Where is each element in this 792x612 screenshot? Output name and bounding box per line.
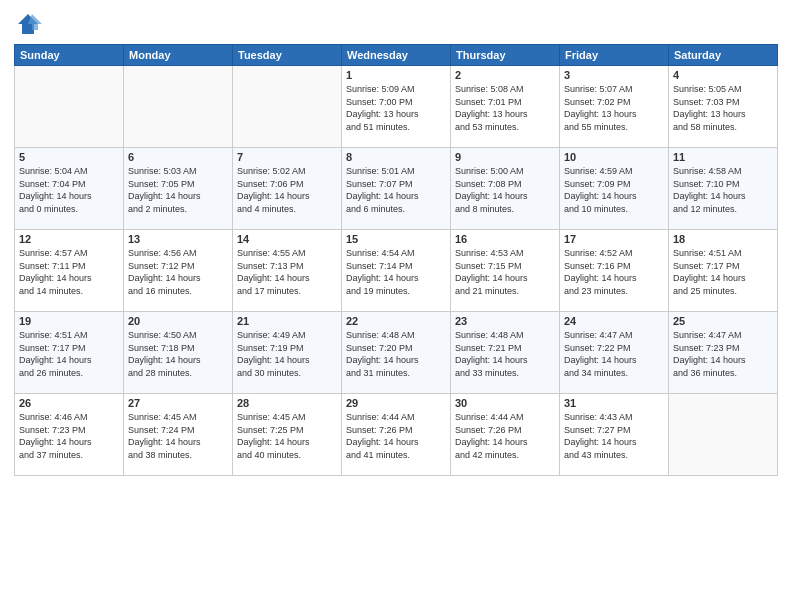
calendar-cell: 17Sunrise: 4:52 AM Sunset: 7:16 PM Dayli…	[560, 230, 669, 312]
day-info: Sunrise: 4:51 AM Sunset: 7:17 PM Dayligh…	[19, 329, 119, 379]
day-number: 10	[564, 151, 664, 163]
day-info: Sunrise: 5:00 AM Sunset: 7:08 PM Dayligh…	[455, 165, 555, 215]
day-number: 2	[455, 69, 555, 81]
calendar-cell: 20Sunrise: 4:50 AM Sunset: 7:18 PM Dayli…	[124, 312, 233, 394]
day-info: Sunrise: 5:08 AM Sunset: 7:01 PM Dayligh…	[455, 83, 555, 133]
day-number: 13	[128, 233, 228, 245]
calendar-cell: 2Sunrise: 5:08 AM Sunset: 7:01 PM Daylig…	[451, 66, 560, 148]
calendar-cell: 14Sunrise: 4:55 AM Sunset: 7:13 PM Dayli…	[233, 230, 342, 312]
weekday-header-tuesday: Tuesday	[233, 45, 342, 66]
day-number: 8	[346, 151, 446, 163]
weekday-header-thursday: Thursday	[451, 45, 560, 66]
calendar-week-1: 1Sunrise: 5:09 AM Sunset: 7:00 PM Daylig…	[15, 66, 778, 148]
calendar-cell: 19Sunrise: 4:51 AM Sunset: 7:17 PM Dayli…	[15, 312, 124, 394]
calendar-cell: 11Sunrise: 4:58 AM Sunset: 7:10 PM Dayli…	[669, 148, 778, 230]
weekday-header-wednesday: Wednesday	[342, 45, 451, 66]
day-info: Sunrise: 4:58 AM Sunset: 7:10 PM Dayligh…	[673, 165, 773, 215]
day-number: 3	[564, 69, 664, 81]
day-info: Sunrise: 5:03 AM Sunset: 7:05 PM Dayligh…	[128, 165, 228, 215]
page: SundayMondayTuesdayWednesdayThursdayFrid…	[0, 0, 792, 612]
calendar-cell: 4Sunrise: 5:05 AM Sunset: 7:03 PM Daylig…	[669, 66, 778, 148]
calendar-cell: 18Sunrise: 4:51 AM Sunset: 7:17 PM Dayli…	[669, 230, 778, 312]
day-number: 1	[346, 69, 446, 81]
calendar-cell: 26Sunrise: 4:46 AM Sunset: 7:23 PM Dayli…	[15, 394, 124, 476]
day-number: 24	[564, 315, 664, 327]
day-info: Sunrise: 4:53 AM Sunset: 7:15 PM Dayligh…	[455, 247, 555, 297]
day-number: 21	[237, 315, 337, 327]
calendar-cell: 30Sunrise: 4:44 AM Sunset: 7:26 PM Dayli…	[451, 394, 560, 476]
calendar-cell: 3Sunrise: 5:07 AM Sunset: 7:02 PM Daylig…	[560, 66, 669, 148]
calendar-header-row: SundayMondayTuesdayWednesdayThursdayFrid…	[15, 45, 778, 66]
day-number: 6	[128, 151, 228, 163]
logo	[14, 10, 46, 38]
calendar-cell: 6Sunrise: 5:03 AM Sunset: 7:05 PM Daylig…	[124, 148, 233, 230]
day-number: 28	[237, 397, 337, 409]
calendar-cell: 21Sunrise: 4:49 AM Sunset: 7:19 PM Dayli…	[233, 312, 342, 394]
calendar-week-2: 5Sunrise: 5:04 AM Sunset: 7:04 PM Daylig…	[15, 148, 778, 230]
day-info: Sunrise: 5:02 AM Sunset: 7:06 PM Dayligh…	[237, 165, 337, 215]
logo-icon	[14, 10, 42, 38]
calendar-week-5: 26Sunrise: 4:46 AM Sunset: 7:23 PM Dayli…	[15, 394, 778, 476]
calendar-cell: 27Sunrise: 4:45 AM Sunset: 7:24 PM Dayli…	[124, 394, 233, 476]
calendar-cell: 12Sunrise: 4:57 AM Sunset: 7:11 PM Dayli…	[15, 230, 124, 312]
day-number: 7	[237, 151, 337, 163]
day-info: Sunrise: 5:07 AM Sunset: 7:02 PM Dayligh…	[564, 83, 664, 133]
weekday-header-sunday: Sunday	[15, 45, 124, 66]
weekday-header-monday: Monday	[124, 45, 233, 66]
calendar-cell: 1Sunrise: 5:09 AM Sunset: 7:00 PM Daylig…	[342, 66, 451, 148]
day-info: Sunrise: 4:44 AM Sunset: 7:26 PM Dayligh…	[346, 411, 446, 461]
day-info: Sunrise: 4:57 AM Sunset: 7:11 PM Dayligh…	[19, 247, 119, 297]
calendar-cell: 5Sunrise: 5:04 AM Sunset: 7:04 PM Daylig…	[15, 148, 124, 230]
calendar-cell: 15Sunrise: 4:54 AM Sunset: 7:14 PM Dayli…	[342, 230, 451, 312]
day-info: Sunrise: 5:09 AM Sunset: 7:00 PM Dayligh…	[346, 83, 446, 133]
day-info: Sunrise: 4:47 AM Sunset: 7:22 PM Dayligh…	[564, 329, 664, 379]
day-number: 19	[19, 315, 119, 327]
day-number: 27	[128, 397, 228, 409]
day-info: Sunrise: 4:47 AM Sunset: 7:23 PM Dayligh…	[673, 329, 773, 379]
day-info: Sunrise: 4:55 AM Sunset: 7:13 PM Dayligh…	[237, 247, 337, 297]
calendar-cell	[15, 66, 124, 148]
day-number: 20	[128, 315, 228, 327]
day-info: Sunrise: 4:45 AM Sunset: 7:25 PM Dayligh…	[237, 411, 337, 461]
header	[14, 10, 778, 38]
day-info: Sunrise: 4:52 AM Sunset: 7:16 PM Dayligh…	[564, 247, 664, 297]
calendar-week-3: 12Sunrise: 4:57 AM Sunset: 7:11 PM Dayli…	[15, 230, 778, 312]
day-info: Sunrise: 5:01 AM Sunset: 7:07 PM Dayligh…	[346, 165, 446, 215]
calendar-cell	[124, 66, 233, 148]
day-info: Sunrise: 4:48 AM Sunset: 7:21 PM Dayligh…	[455, 329, 555, 379]
calendar-cell: 7Sunrise: 5:02 AM Sunset: 7:06 PM Daylig…	[233, 148, 342, 230]
calendar-cell	[669, 394, 778, 476]
calendar-cell: 9Sunrise: 5:00 AM Sunset: 7:08 PM Daylig…	[451, 148, 560, 230]
day-number: 22	[346, 315, 446, 327]
calendar-cell: 16Sunrise: 4:53 AM Sunset: 7:15 PM Dayli…	[451, 230, 560, 312]
calendar-cell: 10Sunrise: 4:59 AM Sunset: 7:09 PM Dayli…	[560, 148, 669, 230]
day-number: 31	[564, 397, 664, 409]
day-number: 26	[19, 397, 119, 409]
day-info: Sunrise: 5:05 AM Sunset: 7:03 PM Dayligh…	[673, 83, 773, 133]
day-number: 9	[455, 151, 555, 163]
weekday-header-friday: Friday	[560, 45, 669, 66]
day-number: 23	[455, 315, 555, 327]
day-info: Sunrise: 4:45 AM Sunset: 7:24 PM Dayligh…	[128, 411, 228, 461]
day-number: 30	[455, 397, 555, 409]
day-info: Sunrise: 4:59 AM Sunset: 7:09 PM Dayligh…	[564, 165, 664, 215]
day-info: Sunrise: 4:50 AM Sunset: 7:18 PM Dayligh…	[128, 329, 228, 379]
day-number: 5	[19, 151, 119, 163]
calendar-cell: 31Sunrise: 4:43 AM Sunset: 7:27 PM Dayli…	[560, 394, 669, 476]
day-number: 25	[673, 315, 773, 327]
calendar-week-4: 19Sunrise: 4:51 AM Sunset: 7:17 PM Dayli…	[15, 312, 778, 394]
day-number: 18	[673, 233, 773, 245]
day-number: 15	[346, 233, 446, 245]
day-info: Sunrise: 5:04 AM Sunset: 7:04 PM Dayligh…	[19, 165, 119, 215]
day-info: Sunrise: 4:51 AM Sunset: 7:17 PM Dayligh…	[673, 247, 773, 297]
calendar: SundayMondayTuesdayWednesdayThursdayFrid…	[14, 44, 778, 476]
day-info: Sunrise: 4:43 AM Sunset: 7:27 PM Dayligh…	[564, 411, 664, 461]
calendar-cell: 23Sunrise: 4:48 AM Sunset: 7:21 PM Dayli…	[451, 312, 560, 394]
calendar-cell: 29Sunrise: 4:44 AM Sunset: 7:26 PM Dayli…	[342, 394, 451, 476]
day-info: Sunrise: 4:54 AM Sunset: 7:14 PM Dayligh…	[346, 247, 446, 297]
day-info: Sunrise: 4:49 AM Sunset: 7:19 PM Dayligh…	[237, 329, 337, 379]
day-info: Sunrise: 4:44 AM Sunset: 7:26 PM Dayligh…	[455, 411, 555, 461]
day-number: 11	[673, 151, 773, 163]
calendar-cell: 24Sunrise: 4:47 AM Sunset: 7:22 PM Dayli…	[560, 312, 669, 394]
calendar-cell: 13Sunrise: 4:56 AM Sunset: 7:12 PM Dayli…	[124, 230, 233, 312]
